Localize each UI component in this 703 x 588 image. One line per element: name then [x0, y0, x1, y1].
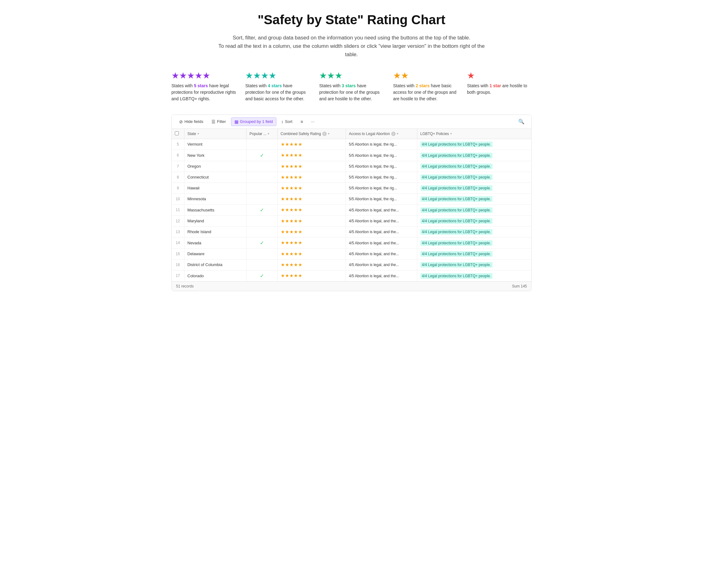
abortion-text: 5/5 Abortion is legal, the rig...: [349, 153, 397, 158]
th-abortion: Access to Legal Abortion i ▾: [345, 129, 417, 139]
lgbtq-text: 4/4 Legal protections for LGBTQ+ people.: [420, 218, 492, 224]
row-num: 16: [172, 259, 184, 270]
more-button[interactable]: ···: [308, 118, 318, 125]
popular-cell: [246, 216, 277, 226]
stars: ★★★★★: [281, 251, 302, 256]
state-cell: Colorado: [184, 270, 246, 281]
abortion-text: 5/5 Abortion is legal, the rig...: [349, 197, 397, 201]
th-checkbox: [172, 129, 184, 139]
abortion-text: 5/5 Abortion is legal, the rig...: [349, 164, 397, 169]
abortion-text: 4/5 Abortion is legal, and the...: [349, 208, 399, 213]
legend-text-1: States with 1 star are hostile to both g…: [467, 83, 532, 96]
lgbtq-col-dropdown-icon: ▾: [450, 132, 452, 135]
rating-cell: ★★★★★: [277, 193, 345, 204]
filter-button[interactable]: ☰ Filter: [208, 118, 229, 126]
abortion-cell: 4/5 Abortion is legal, and the...: [345, 216, 417, 226]
stars: ★★★★★: [281, 218, 302, 224]
legend-stars-4: ★★★★: [245, 71, 310, 80]
lgbtq-cell: 4/4 Legal protections for LGBTQ+ people.: [417, 259, 531, 270]
row-num: 11: [172, 204, 184, 216]
stars: ★★★★★: [281, 207, 302, 213]
popular-check: ✓: [250, 240, 274, 246]
grouped-label: Grouped by 1 field: [240, 119, 273, 124]
lgbtq-text: 4/4 Legal protections for LGBTQ+ people.: [420, 262, 492, 268]
table-container: ⊘ Hide fields ☰ Filter ▦ Grouped by 1 fi…: [171, 114, 532, 291]
table-header-row: State ▾ Popular ... ▾ Combined Safety Ra…: [172, 129, 531, 139]
fields-button[interactable]: ≡: [298, 118, 306, 126]
abortion-text: 5/5 Abortion is legal, the rig...: [349, 186, 397, 190]
lgbtq-cell: 4/4 Legal protections for LGBTQ+ people.: [417, 237, 531, 248]
row-num: 9: [172, 182, 184, 193]
state-cell: Oregon: [184, 161, 246, 172]
stars: ★★★★★: [281, 142, 302, 147]
lgbtq-col-header[interactable]: LGBTQ+ Policies ▾: [420, 132, 529, 136]
popular-cell: [246, 172, 277, 182]
row-num: 17: [172, 270, 184, 281]
legend-section: ★★★★★ States with 5 stars have legal pro…: [171, 71, 532, 102]
table-row: 14 Nevada ✓ ★★★★★ 4/5 Abortion is legal,…: [172, 237, 531, 248]
state-col-header[interactable]: State ▾: [187, 132, 243, 136]
lgbtq-text: 4/4 Legal protections for LGBTQ+ people.: [420, 185, 492, 191]
table-row: 6 New York ✓ ★★★★★ 5/5 Abortion is legal…: [172, 150, 531, 161]
table-footer: 51 records Sum 145: [172, 281, 531, 291]
filter-icon: ☰: [212, 119, 216, 124]
legend-text-2: States with 2 stars have basic access fo…: [393, 83, 458, 102]
th-state: State ▾: [184, 129, 246, 139]
row-num: 8: [172, 172, 184, 182]
popular-cell: ✓: [246, 150, 277, 161]
abortion-text: 4/5 Abortion is legal, and the...: [349, 263, 399, 267]
abortion-text: 4/5 Abortion is legal, and the...: [349, 230, 399, 234]
state-cell: Massachusetts: [184, 204, 246, 216]
popular-cell: [246, 161, 277, 172]
stars: ★★★★★: [281, 196, 302, 201]
lgbtq-text: 4/4 Legal protections for LGBTQ+ people.: [420, 196, 492, 202]
legend-item-1: ★ States with 1 star are hostile to both…: [467, 71, 532, 102]
sort-button[interactable]: ↕ Sort: [278, 118, 296, 126]
abortion-cell: 5/5 Abortion is legal, the rig...: [345, 193, 417, 204]
th-popular: Popular ... ▾: [246, 129, 277, 139]
lgbtq-text: 4/4 Legal protections for LGBTQ+ people.: [420, 207, 492, 213]
row-num: 7: [172, 161, 184, 172]
search-button[interactable]: 🔍: [516, 117, 527, 126]
toolbar: ⊘ Hide fields ☰ Filter ▦ Grouped by 1 fi…: [172, 115, 531, 129]
grouped-button[interactable]: ▦ Grouped by 1 field: [231, 117, 277, 126]
abortion-col-dropdown-icon: ▾: [397, 132, 398, 135]
legend-highlight-2: 2 stars: [415, 83, 429, 88]
sum-label: Sum 145: [512, 284, 527, 288]
rating-cell: ★★★★★: [277, 270, 345, 281]
rating-cell: ★★★★★: [277, 150, 345, 161]
rating-col-header: Combined Safety Rating i ▾: [281, 132, 342, 136]
rating-col-dropdown-icon: ▾: [328, 132, 329, 135]
stars: ★★★★★: [281, 152, 302, 158]
table-row: 17 Colorado ✓ ★★★★★ 4/5 Abortion is lega…: [172, 270, 531, 281]
lgbtq-cell: 4/4 Legal protections for LGBTQ+ people.: [417, 150, 531, 161]
fields-icon: ≡: [301, 119, 303, 124]
abortion-cell: 4/5 Abortion is legal, and the...: [345, 270, 417, 281]
lgbtq-text: 4/4 Legal protections for LGBTQ+ people.: [420, 251, 492, 257]
stars: ★★★★★: [281, 174, 302, 180]
rating-info-icon[interactable]: i: [322, 132, 327, 136]
abortion-info-icon[interactable]: i: [391, 132, 396, 136]
state-cell: Hawaii: [184, 182, 246, 193]
lgbtq-text: 4/4 Legal protections for LGBTQ+ people.: [420, 164, 492, 169]
rating-cell: ★★★★★: [277, 226, 345, 237]
hide-fields-button[interactable]: ⊘ Hide fields: [176, 118, 207, 126]
stars: ★★★★★: [281, 273, 302, 278]
abortion-text: 5/5 Abortion is legal, the rig...: [349, 142, 397, 147]
rating-cell: ★★★★★: [277, 182, 345, 193]
abortion-cell: 4/5 Abortion is legal, and the...: [345, 226, 417, 237]
rating-cell: ★★★★★: [277, 172, 345, 182]
legend-text-5: States with 5 stars have legal protectio…: [171, 83, 236, 102]
lgbtq-cell: 4/4 Legal protections for LGBTQ+ people.: [417, 248, 531, 259]
legend-text-3: States with 3 stars have protection for …: [319, 83, 384, 102]
state-cell: New York: [184, 150, 246, 161]
rating-cell: ★★★★★: [277, 248, 345, 259]
legend-highlight-5: 5 stars: [194, 83, 208, 88]
group-icon: ▦: [234, 119, 238, 124]
rating-cell: ★★★★★: [277, 237, 345, 248]
select-all-checkbox[interactable]: [175, 131, 179, 135]
th-lgbtq: LGBTQ+ Policies ▾: [417, 129, 531, 139]
lgbtq-cell: 4/4 Legal protections for LGBTQ+ people.: [417, 216, 531, 226]
page-container: "Safety by State" Rating Chart Sort, fil…: [165, 0, 538, 298]
popular-col-header[interactable]: Popular ... ▾: [250, 132, 274, 136]
